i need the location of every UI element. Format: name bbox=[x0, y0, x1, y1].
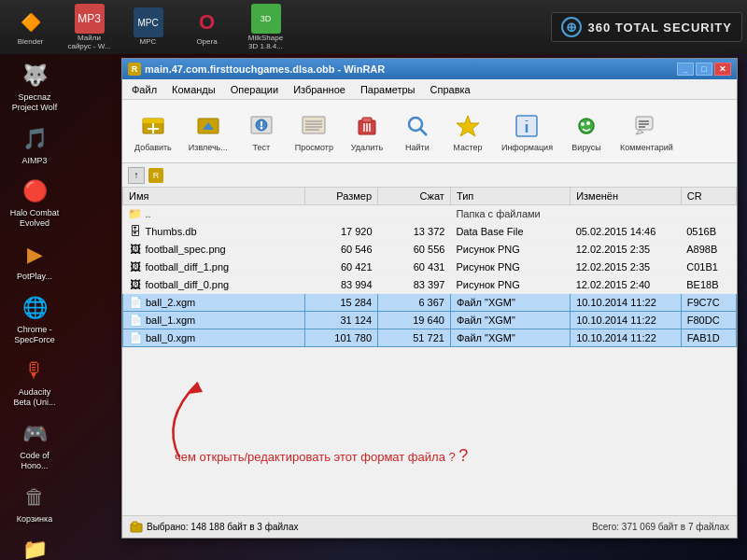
tool-test[interactable]: Тест bbox=[238, 106, 285, 157]
file-size: 83 994 bbox=[304, 276, 377, 294]
menu-operations[interactable]: Операции bbox=[223, 82, 286, 97]
desktop-icon-code[interactable]: 🎮 Code ofHono... bbox=[5, 416, 64, 474]
code-label: Code ofHono... bbox=[20, 451, 49, 471]
file-list[interactable]: Имя Размер Сжат Тип Изменён CR 📁.. bbox=[122, 188, 737, 515]
taskbar-mayli[interactable]: MP3 Майлисайрус - W... bbox=[63, 2, 115, 53]
status-icon bbox=[130, 521, 143, 534]
tool-virus[interactable]: Вирусы bbox=[563, 106, 610, 157]
audacity-label: AudacityBeta (Uni... bbox=[13, 387, 55, 408]
svg-rect-16 bbox=[362, 118, 372, 122]
file-size: 15 284 bbox=[304, 294, 377, 312]
file-crc: F9C7C bbox=[681, 294, 736, 312]
tool-find-label: Найти bbox=[405, 143, 430, 152]
db-icon: 🗄 bbox=[129, 225, 142, 238]
file-compressed: 6 367 bbox=[378, 294, 451, 312]
desktop-icon-chrome[interactable]: 🌐 Chrome -SpecForce bbox=[5, 290, 64, 348]
col-size[interactable]: Размер bbox=[304, 188, 377, 205]
toolbar: Добавить Извлечь... bbox=[122, 100, 737, 163]
tool-comment[interactable]: Комментарий bbox=[613, 106, 680, 157]
tool-info-label: Информация bbox=[501, 143, 553, 152]
svg-marker-30 bbox=[636, 130, 643, 134]
table-row[interactable]: 🖼football_diff_1.png 60 421 60 431 Рисун… bbox=[123, 259, 737, 276]
up-button[interactable]: ↑ bbox=[128, 167, 145, 184]
table-row[interactable]: 🖼football_spec.png 60 546 60 556 Рисунок… bbox=[123, 241, 737, 259]
halo-icon: 🔴 bbox=[20, 176, 49, 206]
file-name: ball_2.xgm bbox=[146, 297, 195, 308]
file-name: ball_1.xgm bbox=[146, 315, 195, 326]
menu-help[interactable]: Справка bbox=[423, 82, 478, 97]
col-name[interactable]: Имя bbox=[123, 188, 305, 205]
archive-icon: R bbox=[148, 168, 163, 183]
col-modified[interactable]: Изменён bbox=[571, 188, 682, 205]
taskbar-opera[interactable]: O Opera bbox=[181, 6, 233, 49]
tool-virus-label: Вирусы bbox=[571, 143, 600, 152]
menu-file[interactable]: Файл bbox=[124, 82, 164, 97]
file-crc: 0516B bbox=[681, 223, 736, 241]
file-name: football_spec.png bbox=[146, 244, 226, 255]
tool-find[interactable]: Найти bbox=[394, 106, 441, 157]
file-type: Файл "XGM" bbox=[450, 312, 570, 329]
table-row[interactable]: 🖼football_diff_0.png 83 994 83 397 Рисун… bbox=[123, 276, 737, 294]
security-label: 360 TOTAL SECURITY bbox=[587, 21, 732, 35]
file-crc: C01B1 bbox=[681, 259, 736, 276]
taskbar-milkshape[interactable]: 3D MilkShape3D 1.8.4... bbox=[240, 2, 291, 53]
tool-delete[interactable]: Удалить bbox=[344, 106, 390, 157]
tool-delete-label: Удалить bbox=[351, 143, 383, 152]
tool-wizard[interactable]: Мастер bbox=[444, 106, 491, 157]
window-title: main.47.com.firsttouchgames.dlsa.obb - W… bbox=[145, 63, 385, 75]
menu-commands[interactable]: Команды bbox=[164, 82, 223, 97]
file-modified: 05.02.2015 14:46 bbox=[571, 223, 682, 241]
file-name: football_diff_0.png bbox=[146, 279, 230, 290]
file-table: Имя Размер Сжат Тип Изменён CR 📁.. bbox=[122, 188, 737, 347]
col-crc[interactable]: CR bbox=[681, 188, 736, 205]
desktop-icon-aimp[interactable]: 🎵 AIMP3 bbox=[5, 121, 64, 169]
desktop-icon-halo[interactable]: 🔴 Halo CombatEvolved bbox=[5, 174, 64, 231]
taskbar-mpc[interactable]: MPC MPC bbox=[122, 6, 174, 49]
desktop-icons: 🐺 SpecnazProject Wolf 🎵 AIMP3 🔴 Halo Com… bbox=[5, 58, 64, 560]
tool-info[interactable]: Информация bbox=[495, 106, 559, 157]
titlebar-buttons: _ □ ✕ bbox=[677, 63, 731, 76]
desktop-icon-potplayer[interactable]: ▶ PotPlay... bbox=[5, 237, 64, 285]
menu-favorites[interactable]: Избранное bbox=[286, 82, 353, 97]
xgm-icon: 📄 bbox=[129, 331, 142, 344]
table-row-selected[interactable]: 📄ball_0.xgm 101 780 51 721 Файл "XGM" 10… bbox=[123, 329, 737, 347]
menu-bar: Файл Команды Операции Избранное Параметр… bbox=[122, 79, 737, 100]
close-button[interactable]: ✕ bbox=[714, 63, 731, 76]
tool-add[interactable]: Добавить bbox=[128, 106, 178, 157]
file-type: Файл "XGM" bbox=[450, 329, 570, 347]
winrar-window: R main.47.com.firsttouchgames.dlsa.obb -… bbox=[121, 58, 738, 539]
tool-extract[interactable]: Извлечь... bbox=[182, 106, 234, 157]
tool-view[interactable]: Просмотр bbox=[289, 106, 340, 157]
col-compressed[interactable]: Сжат bbox=[378, 188, 451, 205]
table-row-selected[interactable]: 📄ball_1.xgm 31 124 19 640 Файл "XGM" 10.… bbox=[123, 312, 737, 329]
security-badge[interactable]: ⊕ 360 TOTAL SECURITY bbox=[551, 12, 742, 42]
table-row[interactable]: 📁.. Папка с файлами bbox=[123, 205, 737, 223]
chrome-label: Chrome -SpecForce bbox=[14, 325, 55, 345]
desktop-icon-torrents[interactable]: 📁 torrents(USERPC... bbox=[5, 532, 64, 560]
file-type: Файл "XGM" bbox=[450, 294, 570, 312]
file-crc: A898B bbox=[681, 241, 736, 259]
music-icon: MP3 bbox=[75, 4, 105, 34]
desktop-icon-recycle[interactable]: 🗑 Корзинка bbox=[5, 480, 64, 527]
desktop-icon-specnaz[interactable]: 🐺 SpecnazProject Wolf bbox=[5, 58, 64, 116]
address-bar: ↑ R bbox=[122, 163, 737, 188]
status-selected-text: Выбрано: 148 188 байт в 3 файлах bbox=[147, 522, 298, 532]
col-type[interactable]: Тип bbox=[450, 188, 570, 205]
file-size: 60 546 bbox=[304, 241, 377, 259]
table-row[interactable]: 🗄Thumbs.db 17 920 13 372 Data Base File … bbox=[123, 223, 737, 241]
file-name: .. bbox=[146, 208, 151, 219]
minimize-button[interactable]: _ bbox=[677, 63, 694, 76]
security-icon: ⊕ bbox=[561, 17, 582, 37]
virus-icon bbox=[571, 111, 601, 141]
file-compressed: 51 721 bbox=[378, 329, 451, 347]
table-row-selected[interactable]: 📄ball_2.xgm 15 284 6 367 Файл "XGM" 10.1… bbox=[123, 294, 737, 312]
menu-params[interactable]: Параметры bbox=[353, 82, 423, 97]
maximize-button[interactable]: □ bbox=[696, 63, 712, 76]
file-size bbox=[304, 205, 377, 223]
svg-rect-10 bbox=[303, 117, 325, 133]
file-modified: 12.02.2015 2:40 bbox=[571, 276, 682, 294]
taskbar-blender[interactable]: 🔶 Blender bbox=[5, 6, 56, 49]
chrome-icon: 🌐 bbox=[20, 293, 49, 323]
desktop-icon-audacity[interactable]: 🎙 AudacityBeta (Uni... bbox=[5, 353, 64, 411]
svg-marker-22 bbox=[457, 116, 479, 136]
